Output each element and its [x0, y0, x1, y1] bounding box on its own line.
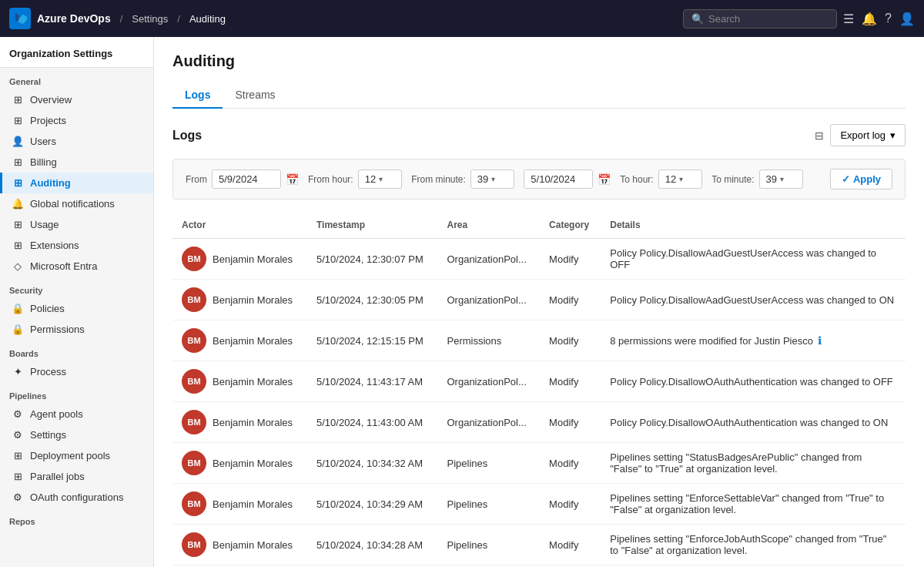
to-minute-value: 39 [766, 173, 777, 185]
category-cell: Modify [540, 525, 601, 565]
timestamp-cell: 5/10/2024, 11:43:00 AM [307, 402, 438, 443]
category-cell: Modify [540, 320, 601, 361]
deployment-pools-icon: ⊞ [12, 450, 24, 461]
timestamp-cell: 5/10/2024, 12:15:15 PM [307, 320, 438, 361]
sidebar-item-usage[interactable]: ⊞Usage [0, 214, 153, 235]
from-calendar-icon[interactable]: 📅 [286, 173, 299, 186]
details-cell: Policy Policy.DisallowAadGuestUserAccess… [601, 280, 906, 320]
sidebar-item-oauth-configurations[interactable]: ⚙OAuth configurations [0, 487, 153, 508]
sidebar-item-label: Policies [30, 303, 65, 314]
sidebar-item-auditing[interactable]: ⊞Auditing [0, 173, 153, 193]
to-hour-group: To hour: 12 ▾ [620, 169, 702, 189]
from-hour-dropdown[interactable]: 12 ▾ [358, 169, 402, 189]
timestamp-cell: 5/10/2024, 10:34:29 AM [307, 484, 438, 525]
sidebar-item-label: Global notifications [30, 198, 115, 210]
filter-bar: From 📅 From hour: 12 ▾ From minute: 39 ▾ [172, 159, 906, 200]
sidebar-item-parallel-jobs[interactable]: ⊞Parallel jobs [0, 466, 153, 487]
category-cell: Modify [540, 280, 601, 320]
actor-cell: BMBenjamin Morales [172, 361, 307, 402]
category-cell: Modify [540, 484, 601, 525]
top-navigation: Azure DevOps / Settings / Auditing 🔍 ☰ 🔔… [0, 0, 924, 37]
sidebar-item-label: Extensions [30, 240, 79, 251]
sidebar-item-microsoft-entra[interactable]: ◇Microsoft Entra [0, 256, 153, 277]
sidebar-item-billing[interactable]: ⊞Billing [0, 152, 153, 173]
to-date-input[interactable] [524, 169, 593, 189]
checkmark-icon: ✓ [842, 173, 850, 185]
sidebar-item-process[interactable]: ✦Process [0, 361, 153, 382]
process-icon: ✦ [12, 366, 24, 377]
sidebar-item-extensions[interactable]: ⊞Extensions [0, 235, 153, 256]
from-hour-group: From hour: 12 ▾ [308, 169, 402, 189]
chevron-down-icon: ▾ [780, 175, 784, 183]
details-cell: 8 permissions were modified for Justin P… [601, 320, 906, 361]
timestamp-cell: 5/10/2024, 12:30:07 PM [307, 239, 438, 280]
avatar: BM [182, 410, 206, 434]
to-minute-group: To minute: 39 ▾ [711, 169, 803, 189]
avatar: BM [182, 369, 206, 394]
sidebar-item-projects[interactable]: ⊞Projects [0, 110, 153, 131]
sidebar-item-agent-pools[interactable]: ⚙Agent pools [0, 404, 153, 424]
search-input[interactable] [708, 13, 829, 25]
tab-logs[interactable]: Logs [172, 82, 223, 109]
sidebar-item-global-notifications[interactable]: 🔔Global notifications [0, 193, 153, 214]
main-content: Auditing LogsStreams Logs ⊟ Export log ▾… [154, 37, 924, 567]
table-row: BMBenjamin Morales5/10/2024, 11:43:00 AM… [172, 402, 906, 443]
breadcrumb-settings[interactable]: Settings [132, 13, 168, 25]
to-calendar-icon[interactable]: 📅 [598, 173, 611, 186]
sidebar-item-deployment-pools[interactable]: ⊞Deployment pools [0, 445, 153, 466]
help-icon[interactable]: ? [885, 12, 892, 25]
apply-button[interactable]: ✓ Apply [830, 169, 892, 190]
sidebar-item-label: Process [30, 366, 66, 377]
sidebar-section-label: Security [0, 277, 153, 298]
sidebar-item-permissions[interactable]: 🔒Permissions [0, 319, 153, 340]
to-minute-dropdown[interactable]: 39 ▾ [759, 169, 803, 189]
table-row: BMBenjamin Morales5/10/2024, 12:30:07 PM… [172, 239, 906, 280]
area-cell: OrganizationPol... [437, 361, 540, 402]
actor-cell: BMBenjamin Morales [172, 280, 307, 320]
sidebar-header: Organization Settings [0, 37, 153, 68]
list-icon[interactable]: ☰ [843, 12, 854, 26]
export-log-button[interactable]: Export log ▾ [830, 124, 906, 146]
notification-icon[interactable]: 🔔 [862, 12, 877, 26]
to-hour-value: 12 [665, 173, 676, 185]
to-hour-label: To hour: [620, 174, 653, 185]
sidebar-item-label: Settings [30, 429, 66, 441]
sidebar-item-users[interactable]: 👤Users [0, 131, 153, 152]
sidebar-item-label: Auditing [30, 177, 71, 189]
actor-name: Benjamin Morales [213, 458, 293, 469]
sidebar-item-settings[interactable]: ⚙Settings [0, 424, 153, 445]
area-cell: Permissions [437, 320, 540, 361]
details-cell: Policy Policy.DisallowAadGuestUserAccess… [601, 239, 906, 280]
sidebar-item-overview[interactable]: ⊞Overview [0, 89, 153, 110]
avatar: BM [182, 492, 206, 516]
sidebar-section-label: Pipelines [0, 382, 153, 404]
area-cell: OrganizationPol... [437, 402, 540, 443]
brand-name[interactable]: Azure DevOps [37, 12, 111, 25]
sidebar-item-policies[interactable]: 🔒Policies [0, 298, 153, 319]
area-cell: Pipelines [437, 525, 540, 565]
users-icon: 👤 [12, 136, 24, 147]
tab-streams[interactable]: Streams [223, 82, 287, 109]
table-row: BMBenjamin Morales5/10/2024, 10:34:32 AM… [172, 443, 906, 484]
to-hour-dropdown[interactable]: 12 ▾ [658, 169, 702, 189]
actor-cell: BMBenjamin Morales [172, 443, 307, 484]
column-header-category: Category [540, 212, 601, 239]
search-box[interactable]: 🔍 [683, 9, 837, 29]
azure-devops-logo[interactable] [9, 8, 31, 29]
apply-label: Apply [853, 173, 881, 185]
page-title: Auditing [172, 52, 906, 70]
area-cell: OrganizationPol... [437, 239, 540, 280]
chevron-down-icon: ▾ [679, 175, 683, 183]
extensions-icon: ⊞ [12, 240, 24, 251]
from-date-group: From 📅 [186, 169, 299, 189]
from-minute-dropdown[interactable]: 39 ▾ [470, 169, 514, 189]
from-date-input[interactable] [212, 169, 281, 189]
nav-icons: ☰ 🔔 ? 👤 [843, 12, 915, 26]
user-avatar-icon[interactable]: 👤 [899, 12, 915, 26]
logs-header: Logs ⊟ Export log ▾ [172, 124, 906, 146]
sidebar-item-label: Overview [30, 94, 72, 106]
category-cell: Modify [540, 402, 601, 443]
info-icon[interactable]: ℹ [818, 334, 822, 347]
search-icon: 🔍 [691, 13, 704, 25]
table-row: BMBenjamin Morales5/10/2024, 12:15:15 PM… [172, 320, 906, 361]
